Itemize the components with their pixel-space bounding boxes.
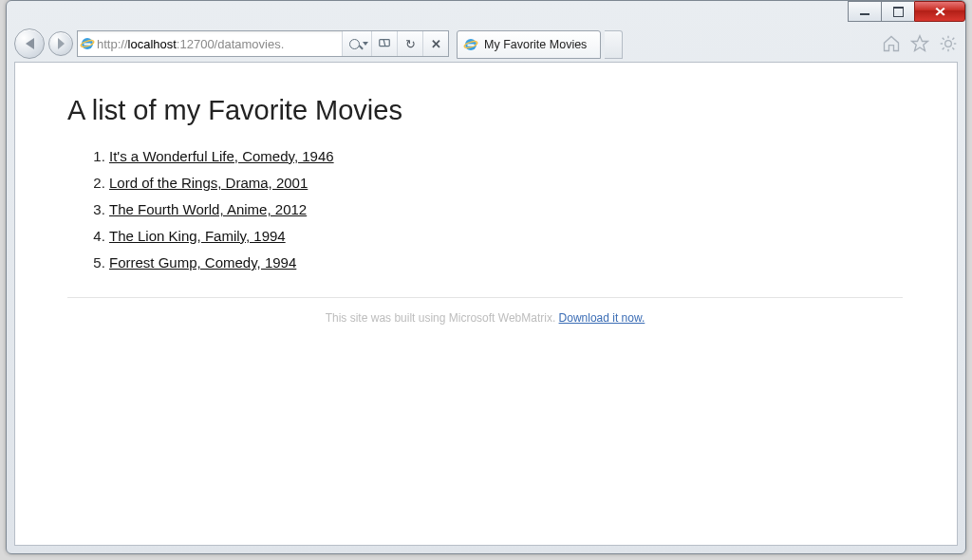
maximize-button[interactable] (881, 1, 914, 22)
movie-link[interactable]: The Lion King, Family, 1994 (109, 228, 286, 244)
browser-toolbar: http://localhost:12700/datamovies. ↻ ✕ M… (14, 26, 958, 62)
minimize-button[interactable] (848, 1, 881, 22)
address-bar[interactable]: http://localhost:12700/datamovies. ↻ ✕ (77, 30, 449, 57)
page-viewport: A list of my Favorite Movies It's a Wond… (14, 62, 958, 546)
page-content: A list of my Favorite Movies It's a Wond… (15, 63, 950, 338)
svg-line-4 (383, 40, 385, 47)
svg-rect-2 (84, 44, 91, 46)
stop-icon: ✕ (431, 37, 441, 51)
compat-view-button[interactable] (371, 31, 397, 56)
ie-favicon-icon (78, 36, 97, 51)
svg-line-14 (952, 47, 954, 49)
svg-point-8 (945, 41, 952, 47)
window-caption-buttons: ✕ (848, 1, 965, 22)
star-icon (910, 34, 929, 53)
address-url-text: http://localhost:12700/datamovies. (97, 37, 342, 51)
favorites-button[interactable] (910, 34, 929, 53)
tools-button[interactable] (939, 34, 958, 53)
page-footer: This site was built using Microsoft WebM… (67, 298, 903, 338)
svg-line-13 (943, 38, 944, 40)
movie-link[interactable]: Lord of the Rings, Drama, 2001 (109, 175, 308, 191)
gear-icon (939, 34, 958, 53)
search-button[interactable] (342, 31, 371, 56)
movie-list: It's a Wonderful Life, Comedy, 1946 Lord… (67, 143, 903, 276)
home-button[interactable] (882, 34, 901, 53)
compat-view-icon (378, 37, 391, 50)
magnifier-icon (349, 39, 360, 49)
list-item: It's a Wonderful Life, Comedy, 1946 (109, 143, 903, 170)
stop-button[interactable]: ✕ (422, 31, 448, 56)
list-item: Forrest Gump, Comedy, 1994 (109, 250, 903, 276)
ie-favicon-icon (463, 37, 478, 52)
svg-line-15 (943, 47, 944, 49)
list-item: Lord of the Rings, Drama, 2001 (109, 170, 903, 196)
page-heading: A list of my Favorite Movies (67, 95, 903, 126)
svg-rect-7 (468, 45, 475, 47)
movie-link[interactable]: Forrest Gump, Comedy, 1994 (109, 254, 296, 271)
new-tab-button[interactable] (605, 30, 623, 59)
close-button[interactable]: ✕ (914, 1, 965, 22)
forward-button[interactable] (48, 31, 73, 56)
footer-download-link[interactable]: Download it now. (559, 311, 645, 325)
svg-line-16 (952, 38, 954, 40)
tab-title: My Favorite Movies (484, 38, 587, 51)
tab-active[interactable]: My Favorite Movies (457, 30, 601, 59)
movie-link[interactable]: It's a Wonderful Life, Comedy, 1946 (109, 148, 334, 164)
browser-window: ✕ http://localhost:12700/datamovies. (6, 0, 966, 554)
list-item: The Fourth World, Anime, 2012 (109, 196, 903, 223)
refresh-button[interactable]: ↻ (397, 31, 422, 56)
refresh-icon: ↻ (405, 37, 416, 51)
movie-link[interactable]: The Fourth World, Anime, 2012 (109, 201, 307, 217)
home-icon (882, 34, 901, 53)
footer-text: This site was built using Microsoft WebM… (326, 311, 559, 325)
toolbar-right-icons (882, 34, 958, 53)
back-button[interactable] (14, 28, 45, 59)
list-item: The Lion King, Family, 1994 (109, 223, 903, 250)
